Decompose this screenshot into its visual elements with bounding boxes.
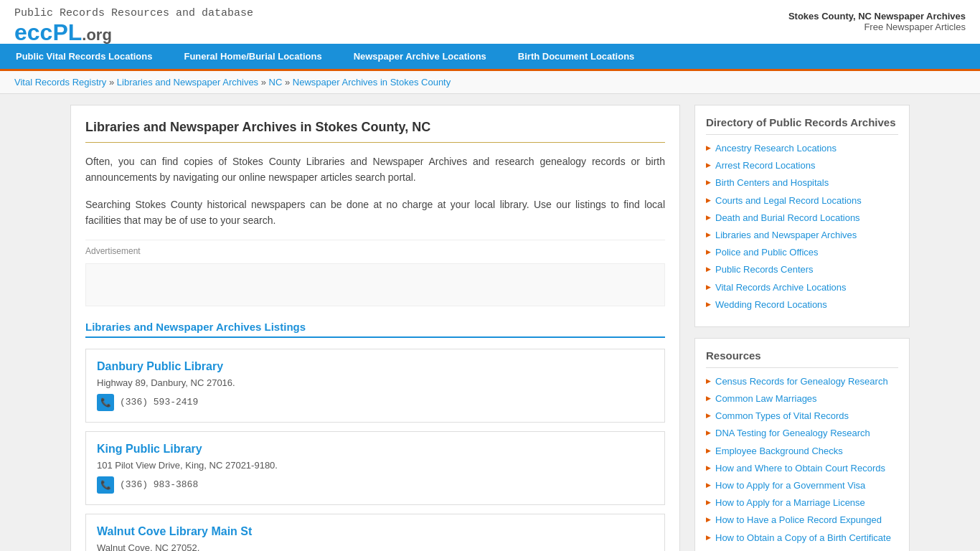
library-name[interactable]: King Public Library bbox=[97, 443, 654, 456]
header: Public Records Resources and database ec… bbox=[0, 0, 980, 44]
listings-title: Libraries and Newspaper Archives Listing… bbox=[85, 321, 665, 338]
list-item: Death and Burial Record Locations bbox=[706, 212, 898, 225]
list-item: DNA Testing for Genealogy Research bbox=[706, 427, 898, 440]
phone-number: (336) 983-3868 bbox=[120, 479, 198, 490]
list-item: How to Obtain a Copy of a Birth Certific… bbox=[706, 532, 898, 545]
list-item: How and Where to Obtain Court Records bbox=[706, 462, 898, 475]
library-card: King Public Library101 Pilot View Drive,… bbox=[85, 431, 665, 505]
nav-item[interactable]: Newspaper Archive Locations bbox=[338, 44, 502, 69]
directory-link[interactable]: Birth Centers and Hospitals bbox=[715, 176, 829, 189]
resource-link[interactable]: How and Where to Obtain Court Records bbox=[715, 462, 885, 475]
breadcrumb-item[interactable]: Vital Records Registry bbox=[14, 77, 106, 88]
directory-link[interactable]: Ancestry Research Locations bbox=[715, 142, 837, 155]
header-right: Stokes County, NC Newspaper Archives Fre… bbox=[788, 7, 966, 32]
resource-link[interactable]: Census Records for Genealogy Research bbox=[715, 375, 888, 388]
list-item: How to Apply for a Government Visa bbox=[706, 479, 898, 492]
list-item: Public Records Centers bbox=[706, 263, 898, 276]
main-content: Libraries and Newspaper Archives in Stok… bbox=[70, 105, 680, 551]
libraries-list: Danbury Public LibraryHighway 89, Danbur… bbox=[85, 349, 665, 551]
intro-paragraph-1: Often, you can find copies of Stokes Cou… bbox=[85, 154, 665, 186]
list-item: How to Apply for a Marriage License bbox=[706, 496, 898, 509]
breadcrumb: Vital Records Registry » Libraries and N… bbox=[0, 71, 980, 94]
resource-link[interactable]: How to Obtain a Copy of a Birth Certific… bbox=[715, 532, 891, 545]
library-card: Danbury Public LibraryHighway 89, Danbur… bbox=[85, 349, 665, 423]
tagline: Public Records Resources and database bbox=[14, 7, 253, 19]
list-item: Birth Centers and Hospitals bbox=[706, 176, 898, 189]
resource-link[interactable]: Common Law Marriages bbox=[715, 392, 817, 405]
phone-icon: 📞 bbox=[97, 394, 114, 411]
breadcrumb-separator: » bbox=[106, 77, 116, 88]
library-name[interactable]: Danbury Public Library bbox=[97, 360, 654, 373]
resource-link[interactable]: Common Types of Vital Records bbox=[715, 410, 849, 423]
list-item: Ancestry Research Locations bbox=[706, 142, 898, 155]
resources-box: Resources Census Records for Genealogy R… bbox=[694, 338, 910, 551]
list-item: Census Records for Genealogy Research bbox=[706, 375, 898, 388]
directory-link[interactable]: Libraries and Newspaper Archives bbox=[715, 229, 857, 242]
list-item: Police and Public Offices bbox=[706, 246, 898, 259]
resource-link[interactable]: Employee Background Checks bbox=[715, 445, 843, 458]
library-address: Highway 89, Danbury, NC 27016. bbox=[97, 377, 654, 388]
phone-row: 📞(336) 593-2419 bbox=[97, 394, 654, 411]
directory-link[interactable]: Wedding Record Locations bbox=[715, 298, 827, 311]
logo-ecc: ecc bbox=[14, 19, 52, 45]
resources-links-list: Census Records for Genealogy ResearchCom… bbox=[706, 375, 898, 551]
resources-title: Resources bbox=[706, 349, 898, 368]
list-item: Libraries and Newspaper Archives bbox=[706, 229, 898, 242]
directory-link[interactable]: Public Records Centers bbox=[715, 263, 814, 276]
resource-link[interactable]: How to Apply for a Marriage License bbox=[715, 496, 865, 509]
main-layout: Libraries and Newspaper Archives in Stok… bbox=[60, 94, 920, 551]
page-title: Libraries and Newspaper Archives in Stok… bbox=[85, 120, 665, 143]
list-item: Common Law Marriages bbox=[706, 392, 898, 405]
breadcrumb-separator: » bbox=[258, 77, 268, 88]
list-item: Vital Records Archive Locations bbox=[706, 281, 898, 294]
ad-label: Advertisement bbox=[85, 240, 665, 256]
breadcrumb-item[interactable]: NC bbox=[269, 77, 283, 88]
list-item: Wedding Record Locations bbox=[706, 298, 898, 311]
nav-item[interactable]: Public Vital Records Locations bbox=[0, 44, 168, 69]
directory-box: Directory of Public Records Archives Anc… bbox=[694, 105, 910, 327]
library-card: Walnut Cove Library Main StWalnut Cove, … bbox=[85, 514, 665, 551]
directory-link[interactable]: Death and Burial Record Locations bbox=[715, 212, 860, 225]
header-site-name: Stokes County, NC Newspaper Archives bbox=[788, 11, 966, 22]
logo-org: .org bbox=[82, 26, 112, 44]
main-nav: Public Vital Records LocationsFuneral Ho… bbox=[0, 44, 980, 71]
list-item: Courts and Legal Record Locations bbox=[706, 194, 898, 207]
phone-row: 📞(336) 983-3868 bbox=[97, 476, 654, 494]
library-address: Walnut Cove, NC 27052. bbox=[97, 542, 654, 551]
phone-icon: 📞 bbox=[97, 476, 114, 494]
breadcrumb-separator: » bbox=[282, 77, 292, 88]
logo-area: Public Records Resources and database ec… bbox=[14, 7, 253, 44]
breadcrumb-item[interactable]: Newspaper Archives in Stokes County bbox=[293, 77, 451, 88]
resource-link[interactable]: How to Apply for a Government Visa bbox=[715, 479, 865, 492]
sidebar: Directory of Public Records Archives Anc… bbox=[694, 105, 910, 551]
list-item: How to Have a Police Record Expunged bbox=[706, 514, 898, 527]
logo-pl: PL bbox=[52, 19, 82, 45]
resource-link[interactable]: How to Have a Police Record Expunged bbox=[715, 514, 882, 527]
library-address: 101 Pilot View Drive, King, NC 27021-918… bbox=[97, 460, 654, 471]
nav-item[interactable]: Funeral Home/Burial Locations bbox=[168, 44, 337, 69]
resource-link[interactable]: DNA Testing for Genealogy Research bbox=[715, 427, 870, 440]
library-name[interactable]: Walnut Cove Library Main St bbox=[97, 525, 654, 538]
phone-number: (336) 593-2419 bbox=[120, 397, 198, 408]
header-site-sub: Free Newspaper Articles bbox=[788, 22, 966, 32]
directory-links-list: Ancestry Research LocationsArrest Record… bbox=[706, 142, 898, 311]
list-item: Common Types of Vital Records bbox=[706, 410, 898, 423]
logo: eccPL.org bbox=[14, 21, 253, 44]
directory-link[interactable]: Police and Public Offices bbox=[715, 246, 819, 259]
list-item: Employee Background Checks bbox=[706, 445, 898, 458]
directory-link[interactable]: Vital Records Archive Locations bbox=[715, 281, 847, 294]
breadcrumb-item[interactable]: Libraries and Newspaper Archives bbox=[117, 77, 258, 88]
intro-paragraph-2: Searching Stokes County historical newsp… bbox=[85, 197, 665, 229]
nav-item[interactable]: Birth Document Locations bbox=[502, 44, 651, 69]
directory-title: Directory of Public Records Archives bbox=[706, 116, 898, 135]
ad-space bbox=[85, 263, 665, 306]
list-item: Arrest Record Locations bbox=[706, 159, 898, 172]
directory-link[interactable]: Arrest Record Locations bbox=[715, 159, 815, 172]
directory-link[interactable]: Courts and Legal Record Locations bbox=[715, 194, 862, 207]
